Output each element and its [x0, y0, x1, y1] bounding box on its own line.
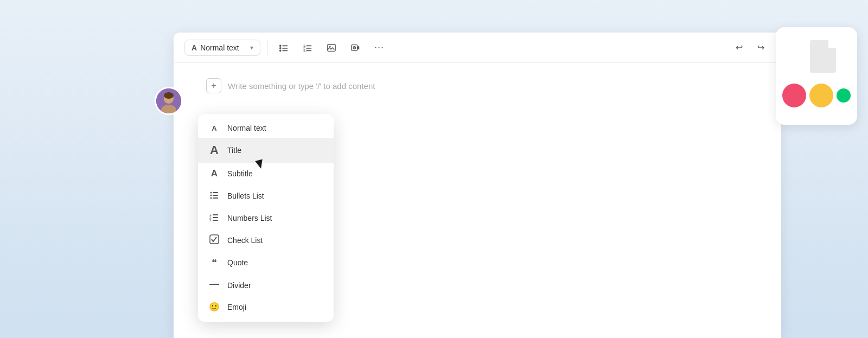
- check-list-icon: [209, 234, 220, 246]
- svg-rect-9: [306, 48, 311, 49]
- dropdown-item-check-list[interactable]: Check List: [198, 229, 334, 251]
- svg-rect-22: [213, 192, 218, 193]
- avatar-image: [156, 88, 181, 113]
- dropdown-item-emoji[interactable]: 🙂 Emoji: [198, 296, 334, 317]
- quote-label: Quote: [227, 258, 248, 267]
- undo-icon: ↩: [736, 42, 743, 53]
- dropdown-item-normal-text[interactable]: A Normal text: [198, 118, 334, 138]
- svg-point-21: [210, 192, 212, 194]
- svg-text:3.: 3.: [303, 48, 307, 52]
- bullets-list-label: Bullets List: [227, 192, 264, 200]
- undo-button[interactable]: ↩: [729, 38, 749, 58]
- svg-rect-30: [213, 217, 218, 218]
- emoji-icon: 🙂: [209, 302, 220, 312]
- normal-text-icon: A: [209, 124, 220, 132]
- title-icon: A: [209, 143, 220, 157]
- svg-text:3.: 3.: [209, 219, 212, 222]
- svg-rect-1: [282, 45, 288, 46]
- editor-placeholder: Write something or type '/' to add conte…: [228, 81, 375, 91]
- text-style-icon: A: [192, 43, 197, 52]
- svg-rect-3: [282, 48, 288, 49]
- redo-icon: ↪: [757, 42, 764, 53]
- svg-rect-7: [306, 45, 311, 46]
- svg-rect-28: [213, 214, 218, 215]
- title-label: Title: [227, 146, 241, 155]
- svg-point-2: [279, 47, 282, 49]
- svg-point-23: [210, 195, 212, 196]
- bullets-list-button[interactable]: [274, 38, 293, 58]
- normal-text-label: Normal text: [227, 124, 266, 132]
- text-style-dropdown[interactable]: A Normal text ▾: [184, 40, 260, 56]
- text-style-label: Normal text: [200, 43, 239, 52]
- toolbar-divider-1: [267, 40, 267, 55]
- undo-redo-group: ↩ ↪: [729, 38, 770, 58]
- dropdown-item-numbers-list[interactable]: 1. 2. 3. Numbers List: [198, 207, 334, 229]
- dropdown-item-subtitle[interactable]: A Subtitle: [198, 163, 334, 184]
- emoji-label: Emoji: [227, 303, 246, 311]
- dropdown-item-quote[interactable]: ❝ Quote: [198, 251, 334, 274]
- numbers-list-icon: 1. 2. 3.: [209, 212, 220, 224]
- image-icon: [327, 43, 336, 53]
- svg-point-0: [279, 44, 282, 47]
- svg-point-4: [279, 49, 282, 52]
- svg-rect-12: [328, 44, 335, 51]
- block-type-dropdown: A Normal text A Title A Subtitle Bullets…: [198, 114, 334, 322]
- svg-point-20: [164, 92, 174, 99]
- svg-rect-5: [282, 50, 288, 51]
- logo-page-decoration: [801, 44, 832, 75]
- check-list-label: Check List: [227, 236, 263, 245]
- svg-rect-32: [213, 220, 218, 221]
- video-icon: [350, 43, 360, 53]
- divider-icon: [209, 279, 220, 291]
- chevron-down-icon: ▾: [250, 44, 253, 52]
- divider-label: Divider: [227, 281, 251, 290]
- bullets-list-icon: [209, 190, 220, 201]
- svg-rect-26: [213, 197, 218, 199]
- logo-dot-red: [782, 84, 806, 107]
- bullets-list-icon: [279, 43, 289, 53]
- svg-rect-11: [306, 50, 311, 51]
- svg-rect-24: [213, 195, 218, 196]
- quote-icon: ❝: [209, 257, 220, 269]
- dropdown-item-title[interactable]: A Title: [198, 138, 334, 163]
- avatar: [155, 87, 183, 115]
- numbers-list-label: Numbers List: [227, 214, 272, 222]
- page-corner-icon: [810, 40, 836, 73]
- more-options-button[interactable]: ···: [369, 38, 389, 58]
- subtitle-icon: A: [209, 168, 220, 179]
- svg-marker-16: [354, 47, 355, 48]
- logo-card: [776, 27, 857, 125]
- more-dots-icon: ···: [374, 42, 384, 53]
- numbered-list-button[interactable]: 1. 2. 3.: [298, 38, 317, 58]
- avatar-svg: [156, 88, 181, 113]
- subtitle-label: Subtitle: [227, 169, 253, 178]
- image-insert-button[interactable]: [322, 38, 341, 58]
- add-content-button[interactable]: +: [206, 78, 221, 93]
- video-insert-button[interactable]: [346, 38, 365, 58]
- logo-dots: [782, 84, 851, 107]
- numbered-list-icon: 1. 2. 3.: [303, 43, 312, 53]
- logo-dot-yellow: [809, 84, 833, 107]
- toolbar: A Normal text ▾ 1. 2. 3.: [174, 33, 781, 63]
- redo-button[interactable]: ↪: [751, 38, 770, 58]
- dropdown-item-divider[interactable]: Divider: [198, 274, 334, 296]
- svg-point-25: [210, 197, 212, 199]
- logo-dot-green: [837, 88, 851, 103]
- dropdown-item-bullets-list[interactable]: Bullets List: [198, 184, 334, 207]
- editor-row: + Write something or type '/' to add con…: [206, 78, 749, 93]
